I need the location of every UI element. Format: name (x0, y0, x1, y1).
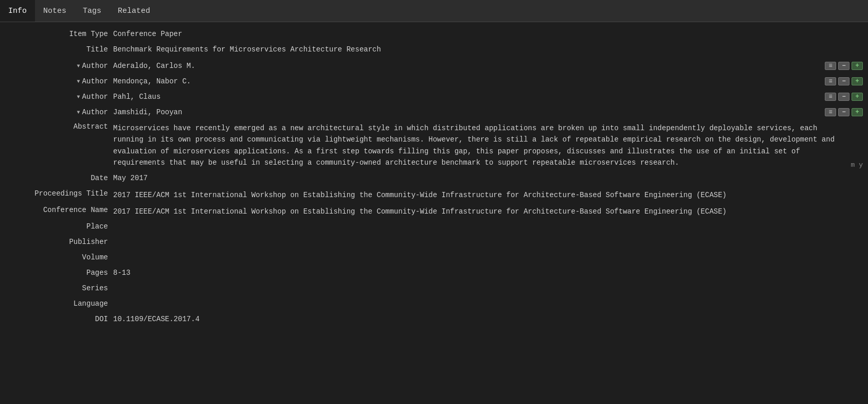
author-value-3[interactable]: Jamshidi, Pooyan (113, 106, 868, 119)
author-reorder-btn-2[interactable]: ≡ (825, 93, 836, 101)
publisher-label: Publisher (0, 235, 113, 249)
language-value[interactable] (113, 297, 868, 302)
tab-info[interactable]: Info (0, 0, 35, 22)
my-badge: m y (851, 161, 863, 169)
title-value[interactable]: Benchmark Requirements for Microservices… (113, 43, 868, 56)
volume-value[interactable] (113, 251, 868, 256)
author-reorder-btn-0[interactable]: ≡ (825, 62, 836, 70)
volume-row: Volume (0, 251, 868, 266)
doi-label: DOI (0, 312, 113, 326)
series-label: Series (0, 282, 113, 295)
title-row: Title Benchmark Requirements for Microse… (0, 43, 868, 58)
author-value-1[interactable]: Mendonça, Nabor C. (113, 75, 868, 88)
doi-value[interactable]: 10.1109/ECASE.2017.4 (113, 312, 868, 326)
place-row: Place (0, 220, 868, 235)
author-controls-0: ≡ − + (825, 62, 863, 70)
date-row: Date May 2017 (0, 171, 868, 187)
author-add-btn-0[interactable]: + (852, 62, 863, 70)
series-row: Series (0, 282, 868, 297)
language-label: Language (0, 297, 113, 310)
tab-bar: Info Notes Tags Related (0, 0, 868, 22)
author-controls-1: ≡ − + (825, 77, 863, 85)
author-add-btn-1[interactable]: + (852, 77, 863, 85)
date-value[interactable]: May 2017 (113, 171, 868, 185)
item-type-value[interactable]: Conference Paper (113, 27, 868, 41)
author-label-0: Author (82, 62, 108, 70)
item-type-label: Item Type (0, 27, 113, 41)
author-value-0[interactable]: Aderaldo, Carlos M. (113, 59, 868, 73)
author-chevron-1[interactable]: ▼ (77, 79, 80, 84)
place-value[interactable] (113, 220, 868, 225)
abstract-text[interactable]: Microservices have recently emerged as a… (113, 120, 868, 171)
language-row: Language (0, 297, 868, 312)
pages-value[interactable]: 8-13 (113, 266, 868, 279)
author-label-3: Author (82, 108, 108, 116)
abstract-label: Abstract (0, 120, 113, 131)
author-reorder-btn-1[interactable]: ≡ (825, 77, 836, 85)
info-panel: Item Type Conference Paper Title Benchma… (0, 22, 868, 333)
proceedings-title-label: Proceedings Title (0, 187, 113, 198)
doi-row: DOI 10.1109/ECASE.2017.4 (0, 312, 868, 328)
date-label: Date (0, 171, 113, 185)
conference-name-label: Conference Name (0, 203, 113, 214)
author-add-btn-3[interactable]: + (852, 108, 863, 116)
author-label-2: Author (82, 93, 108, 101)
proceedings-title-value[interactable]: 2017 IEEE/ACM 1st International Workshop… (113, 187, 868, 203)
author-remove-btn-2[interactable]: − (838, 93, 849, 101)
author-controls-2: ≡ − + (825, 93, 863, 101)
author-controls-3: ≡ − + (825, 108, 863, 116)
proceedings-title-row: Proceedings Title 2017 IEEE/ACM 1st Inte… (0, 187, 868, 203)
author-chevron-2[interactable]: ▼ (77, 94, 80, 100)
author-remove-btn-0[interactable]: − (838, 62, 849, 70)
item-type-row: Item Type Conference Paper (0, 27, 868, 43)
tab-related[interactable]: Related (110, 0, 158, 22)
author-row-2: ▼ Author Pahl, Claus ≡ − + (0, 89, 868, 104)
publisher-value[interactable] (113, 235, 868, 240)
abstract-row: Abstract Microservices have recently eme… (0, 120, 868, 171)
author-row-0: ▼ Author Aderaldo, Carlos M. ≡ − + (0, 58, 868, 74)
place-label: Place (0, 220, 113, 233)
title-label: Title (0, 43, 113, 56)
author-chevron-3[interactable]: ▼ (77, 110, 80, 115)
conference-name-row: Conference Name 2017 IEEE/ACM 1st Intern… (0, 203, 868, 220)
series-value[interactable] (113, 282, 868, 287)
tab-notes[interactable]: Notes (35, 0, 75, 22)
author-value-2[interactable]: Pahl, Claus (113, 90, 868, 103)
author-row-1: ▼ Author Mendonça, Nabor C. ≡ − + (0, 74, 868, 89)
tab-tags[interactable]: Tags (75, 0, 110, 22)
author-row-3: ▼ Author Jamshidi, Pooyan ≡ − + (0, 104, 868, 120)
pages-label: Pages (0, 266, 113, 279)
conference-name-value[interactable]: 2017 IEEE/ACM 1st International Workshop… (113, 203, 868, 220)
author-add-btn-2[interactable]: + (852, 93, 863, 101)
author-label-1: Author (82, 77, 108, 85)
author-remove-btn-3[interactable]: − (838, 108, 849, 116)
author-chevron-0[interactable]: ▼ (77, 63, 80, 69)
volume-label: Volume (0, 251, 113, 264)
pages-row: Pages 8-13 (0, 266, 868, 282)
author-reorder-btn-3[interactable]: ≡ (825, 108, 836, 116)
author-remove-btn-1[interactable]: − (838, 77, 849, 85)
publisher-row: Publisher (0, 235, 868, 251)
